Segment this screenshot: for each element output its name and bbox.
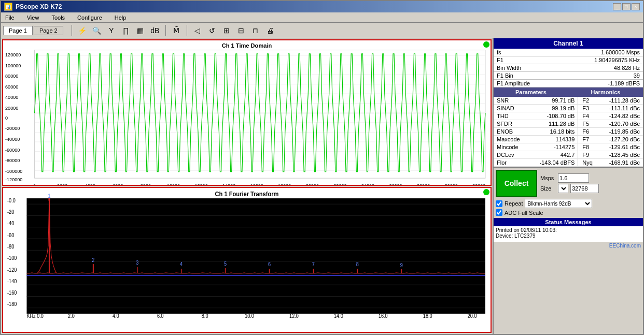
toolbar-zoom-icon[interactable]: 🔍 <box>91 25 103 36</box>
svg-text:6000: 6000 <box>113 183 123 185</box>
h-label-f8: F8 <box>578 143 599 151</box>
p-value-maxcode: 114339 <box>528 136 578 143</box>
toolbar-db-icon[interactable]: dB <box>149 25 161 36</box>
menu-help[interactable]: Help <box>113 14 129 21</box>
main-content: Ch 1 Time Domain 120000 100000 80000 600… <box>1 38 643 334</box>
p-label-sfdr: SFDR <box>494 120 528 128</box>
toolbar-cursor-icon[interactable]: ⚡ <box>76 25 89 36</box>
collect-button[interactable]: Collect <box>496 170 537 197</box>
toolbar-sep2 <box>165 25 166 36</box>
h-value-f8: -129.61 dBc <box>599 143 643 151</box>
charts-container: Ch 1 Time Domain 120000 100000 80000 600… <box>1 38 493 334</box>
svg-text:28000: 28000 <box>417 183 430 185</box>
p-value-mincode: -114275 <box>528 143 578 151</box>
maximize-button[interactable]: □ <box>622 3 631 10</box>
svg-text:8000: 8000 <box>141 183 151 185</box>
toolbar-trigger-icon[interactable]: ◁ <box>191 25 204 36</box>
svg-text:18000: 18000 <box>278 183 291 185</box>
p-label-sinad: SINAD <box>494 105 528 112</box>
svg-text:0: 0 <box>5 115 8 121</box>
menu-file[interactable]: File <box>3 14 17 21</box>
menu-tools[interactable]: Tools <box>49 14 67 21</box>
svg-text:-80: -80 <box>7 243 14 250</box>
page-tabs: Page 1 Page 2 <box>3 26 63 35</box>
toolbar-fft-icon[interactable]: ∏ <box>120 25 132 36</box>
toolbar-sync-icon[interactable]: ↺ <box>206 25 218 36</box>
param-row-enob: ENOB 16.18 bits F6 -119.85 dBc <box>494 128 643 136</box>
p-label-dclev: DCLev <box>494 151 528 159</box>
svg-text:-60: -60 <box>7 232 14 238</box>
svg-text:60000: 60000 <box>5 84 18 90</box>
toolbar-print-icon[interactable]: 🖨 <box>264 25 276 36</box>
fourier-chart: Ch 1 Fourier Transform -0.0 -20 -40 -60 … <box>2 187 492 333</box>
h-value-f3: -113.11 dBc <box>599 105 643 112</box>
params-col-header: Parameters <box>494 88 568 97</box>
msps-input[interactable] <box>558 173 589 183</box>
svg-text:12.0: 12.0 <box>289 313 299 319</box>
close-button[interactable]: × <box>632 3 640 10</box>
repeat-label: Repeat <box>505 200 523 207</box>
svg-text:20000: 20000 <box>5 106 18 111</box>
status-indicator-bottom <box>483 189 489 195</box>
toolbar-separator <box>72 25 72 36</box>
info-row-f1amp: F1 Amplitude -1.189 dBFS <box>494 80 643 88</box>
channel-header: Channel 1 <box>494 38 643 49</box>
info-row-fs: fs 1.600000 Msps <box>494 49 643 56</box>
toolbar-avg-icon[interactable]: M̄ <box>170 25 183 36</box>
fourier-svg: Ch 1 Fourier Transform -0.0 -20 -40 -60 … <box>3 188 491 332</box>
svg-text:8: 8 <box>356 261 359 268</box>
p-label-maxcode: Maxcode <box>494 136 528 143</box>
svg-text:10000: 10000 <box>167 183 180 185</box>
svg-text:-140: -140 <box>7 278 17 284</box>
menu-view[interactable]: View <box>25 14 41 21</box>
size-input[interactable] <box>570 184 599 193</box>
info-label-f1bin: F1 Bin <box>494 72 558 80</box>
svg-text:4000: 4000 <box>85 183 95 185</box>
right-panel: Channel 1 fs 1.600000 Msps F1 1.90429687… <box>493 38 643 334</box>
info-value-binwidth: 48.828 Hz <box>558 64 643 72</box>
toolbar-grid-icon[interactable]: ⊞ <box>220 25 233 36</box>
svg-text:14.0: 14.0 <box>334 313 343 319</box>
h-label-f5: F5 <box>578 120 599 128</box>
size-row: Size ▼ <box>540 184 599 193</box>
filter-row: Repeat Blkmn-Harris 92dB <box>496 199 641 208</box>
info-value-f1bin: 39 <box>558 72 643 80</box>
tab-page1[interactable]: Page 1 <box>3 26 33 35</box>
menu-bar: File View Tools Configure Help <box>1 12 643 23</box>
toolbar: Page 1 Page 2 ⚡ 🔍 Y ∏ ▦ dB M̄ ◁ ↺ ⊞ ⊟ ⊓ … <box>1 23 643 38</box>
svg-text:Ch 1 Fourier Transform: Ch 1 Fourier Transform <box>215 190 279 197</box>
param-row-dclev: DCLev 442.7 F9 -128.45 dBc <box>494 151 643 159</box>
toolbar-cursor2-icon[interactable]: ⊟ <box>235 25 247 36</box>
filter-select[interactable]: Blkmn-Harris 92dB <box>525 199 592 208</box>
toolbar-bar-icon[interactable]: ▦ <box>134 25 147 36</box>
info-label-fs: fs <box>494 49 558 56</box>
p-label-flor: Flor <box>494 159 528 167</box>
svg-text:24000: 24000 <box>361 183 374 185</box>
info-value-fs: 1.600000 Msps <box>558 49 643 56</box>
svg-text:22000: 22000 <box>333 183 346 185</box>
p-label-thd: THD <box>494 112 528 120</box>
info-row-f1: F1 1.904296875 KHz <box>494 56 643 64</box>
repeat-checkbox[interactable] <box>496 200 502 207</box>
toolbar-filter-icon[interactable]: Y <box>105 25 118 36</box>
controls-area: Collect Msps Size ▼ <box>494 167 643 218</box>
svg-text:-100000: -100000 <box>5 169 22 174</box>
svg-text:20000: 20000 <box>306 183 319 185</box>
adc-fullscale-checkbox[interactable] <box>496 209 502 216</box>
minimize-button[interactable]: _ <box>613 3 621 10</box>
size-select[interactable]: ▼ <box>558 184 568 193</box>
status-line2: Device: LTC2379 <box>496 233 641 239</box>
svg-text:0: 0 <box>33 183 36 185</box>
svg-text:20.0: 20.0 <box>468 313 477 319</box>
menu-configure[interactable]: Configure <box>75 14 104 21</box>
h-value-f4: -124.82 dBc <box>599 112 643 120</box>
params-header: Parameters Harmonics <box>494 88 643 97</box>
toolbar-pulse-icon[interactable]: ⊓ <box>249 25 262 36</box>
h-value-f6: -119.85 dBc <box>599 128 643 136</box>
svg-text:KHz 0.0: KHz 0.0 <box>26 313 43 319</box>
p-label-enob: ENOB <box>494 128 528 136</box>
svg-text:2.0: 2.0 <box>68 313 75 319</box>
collect-row: Collect Msps Size ▼ <box>496 170 641 197</box>
p-value-enob: 16.18 bits <box>528 128 578 136</box>
tab-page2[interactable]: Page 2 <box>34 26 63 35</box>
